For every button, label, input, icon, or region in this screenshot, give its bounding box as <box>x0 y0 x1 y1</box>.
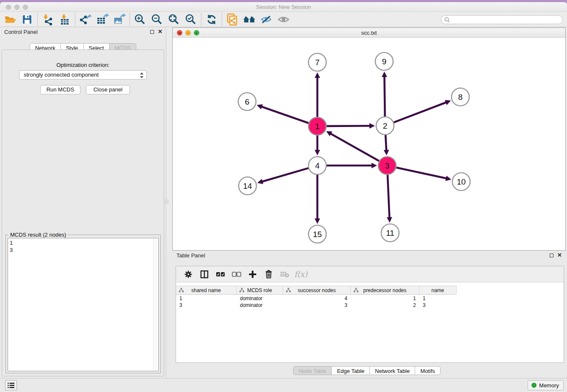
open-session-button[interactable] <box>2 13 19 26</box>
graph-edge-4-15[interactable] <box>315 175 320 224</box>
list-menu-icon <box>8 383 14 388</box>
table-cell[interactable]: 3 <box>283 302 351 309</box>
export-network-button[interactable] <box>77 13 94 26</box>
graph-node-4[interactable]: 4 <box>308 157 326 174</box>
create-column-button[interactable] <box>245 268 261 281</box>
delete-column-button[interactable] <box>261 268 277 281</box>
graph-edge-3-10[interactable] <box>396 168 451 181</box>
graph-node-7[interactable]: 7 <box>308 53 326 71</box>
graph-node-8[interactable]: 8 <box>451 88 469 106</box>
graph-edge-1-6[interactable] <box>257 104 309 123</box>
table-cell[interactable]: 1 <box>351 295 419 302</box>
table-row[interactable]: 3dominator323 <box>176 302 564 309</box>
graph-edge-3-1[interactable] <box>326 131 379 161</box>
application-window: Session: New Session <box>0 2 567 392</box>
graph-edge-2-9[interactable] <box>382 72 387 116</box>
graph-node-15[interactable]: 15 <box>308 225 326 243</box>
tab-edge-table[interactable]: Edge Table <box>332 366 370 375</box>
export-table-button[interactable] <box>94 13 111 26</box>
table-body: 1dominator4113dominator323 <box>176 295 564 362</box>
table-cell[interactable]: 3 <box>419 302 457 309</box>
tab-motifs[interactable]: Motifs <box>415 366 440 375</box>
zoom-in-button[interactable] <box>132 13 149 26</box>
tab-network-table[interactable]: Network Table <box>370 366 415 375</box>
tab-node-table[interactable]: Node Table <box>293 366 332 375</box>
zoom-selected-button[interactable] <box>182 13 199 26</box>
graph-edge-4-14[interactable] <box>257 168 308 184</box>
graph-node-11[interactable]: 11 <box>381 224 399 242</box>
import-table-icon <box>59 14 71 25</box>
select-all-button[interactable] <box>212 268 228 281</box>
table-cell[interactable]: 1 <box>419 295 457 302</box>
checked-boxes-icon <box>216 272 225 277</box>
float-table-panel-icon[interactable] <box>550 254 553 257</box>
float-panel-icon[interactable] <box>150 30 154 34</box>
run-mcds-button[interactable]: Run MCDS <box>40 85 80 94</box>
graph-edge-3-11[interactable] <box>387 175 392 223</box>
graph-node-9[interactable]: 9 <box>375 52 393 70</box>
close-panel-icon[interactable] <box>158 30 162 34</box>
table-cell[interactable]: 2 <box>351 302 419 309</box>
refresh-button[interactable] <box>203 13 220 26</box>
memory-button[interactable]: Memory <box>528 380 564 390</box>
criterion-dropdown[interactable]: strongly connected component <box>19 70 147 80</box>
table-settings-button[interactable] <box>180 268 196 281</box>
network-from-file-button[interactable] <box>224 13 241 26</box>
graph-edge-1-4[interactable] <box>315 135 320 155</box>
mcds-result-lines: 1 3 <box>10 240 13 253</box>
table-row[interactable]: 1dominator411 <box>176 295 564 302</box>
plus-icon <box>248 270 257 279</box>
network-window-titlebar[interactable]: ✕ – + scc.txt <box>173 28 565 38</box>
search-field[interactable] <box>441 15 563 24</box>
titlebar[interactable]: Session: New Session <box>0 2 567 12</box>
graph-node-14[interactable]: 14 <box>239 177 256 195</box>
graph-edge-1-7[interactable] <box>315 72 320 117</box>
node-label: 7 <box>315 58 320 67</box>
column-header-shared-name[interactable]: shared name <box>176 286 237 295</box>
graph-node-3[interactable]: 3 <box>378 157 396 174</box>
close-panel-button[interactable]: Close panel <box>86 85 130 94</box>
column-header-successor-nodes[interactable]: successor nodes <box>283 286 351 295</box>
first-neighbors-button[interactable] <box>241 13 258 26</box>
toolbar-separator <box>129 13 130 26</box>
toggle-column-panel-button[interactable] <box>196 268 212 281</box>
import-table-button[interactable] <box>56 13 73 26</box>
save-session-button[interactable] <box>19 13 36 26</box>
table-cell[interactable]: 1 <box>176 295 237 302</box>
zoom-out-button[interactable] <box>149 13 165 26</box>
graph-node-10[interactable]: 10 <box>452 173 470 190</box>
panel-menu-button[interactable] <box>5 380 17 390</box>
import-network-button[interactable] <box>39 13 56 26</box>
column-header-name[interactable]: name <box>419 286 457 295</box>
table-cell[interactable]: 3 <box>176 302 237 309</box>
graph-edge-1-2[interactable] <box>327 123 375 129</box>
graph-edge-2-3[interactable] <box>384 135 389 155</box>
trash-icon <box>265 270 272 279</box>
status-bar: Memory <box>0 378 567 392</box>
mcds-result-text[interactable]: 1 3 <box>8 238 159 371</box>
export-image-button[interactable] <box>111 13 128 26</box>
zoom-fit-button[interactable] <box>165 13 182 26</box>
unselect-all-button[interactable] <box>228 268 245 281</box>
graph-node-2[interactable]: 2 <box>376 117 394 135</box>
table-cell[interactable]: dominator <box>237 302 283 309</box>
search-input[interactable] <box>450 17 556 23</box>
network-canvas[interactable]: 7968124314101511 <box>173 38 565 250</box>
hide-selected-button[interactable] <box>258 13 275 26</box>
graph-node-6[interactable]: 6 <box>238 93 256 110</box>
close-table-panel-icon[interactable] <box>557 253 562 257</box>
node-label: 9 <box>382 57 387 66</box>
eye-slash-icon <box>260 14 272 25</box>
show-all-button[interactable] <box>275 13 292 26</box>
splitter-grip-vertical[interactable] <box>165 200 168 203</box>
graph-edge-2-8[interactable] <box>394 100 451 122</box>
fx-icon: f(x) <box>295 270 308 279</box>
column-header-mcds-role[interactable]: MCDS role <box>237 286 283 295</box>
result-scrollbar[interactable] <box>153 239 158 370</box>
graph-edge-4-3[interactable] <box>327 163 377 168</box>
export-table-icon <box>96 14 109 25</box>
graph-node-1[interactable]: 1 <box>308 117 326 135</box>
column-header-predecessor-nodes[interactable]: predecessor nodes <box>351 286 419 295</box>
table-cell[interactable]: dominator <box>237 295 283 302</box>
table-cell[interactable]: 4 <box>283 295 351 302</box>
